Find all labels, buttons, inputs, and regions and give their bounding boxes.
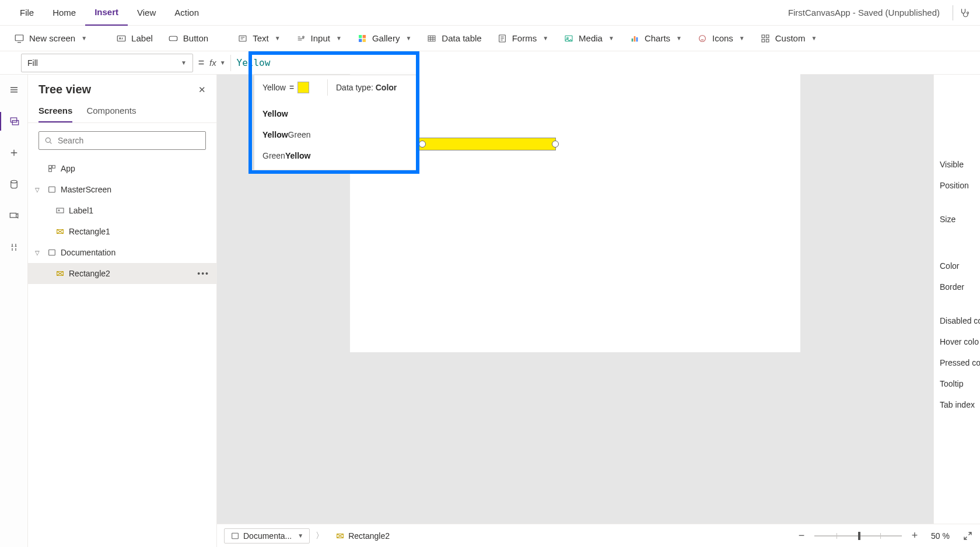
- button-icon: [168, 33, 178, 44]
- label-icon: [55, 205, 65, 216]
- prop-size[interactable]: Size: [940, 209, 980, 230]
- ribbon-button[interactable]: Button: [162, 30, 214, 47]
- ac-preview-name: Yellow: [262, 83, 286, 92]
- search-input[interactable]: [38, 131, 206, 150]
- chevron-down-icon: ▼: [608, 35, 614, 41]
- breadcrumb-screen[interactable]: Documenta... ▼: [224, 528, 310, 544]
- chevron-down-icon[interactable]: ▽: [35, 187, 43, 193]
- breadcrumb-control[interactable]: Rectangle2: [330, 529, 396, 543]
- search-field[interactable]: [58, 136, 201, 145]
- svg-point-24: [10, 180, 17, 183]
- chevron-down-icon: ▼: [676, 35, 682, 41]
- screen-icon: [230, 531, 240, 541]
- ribbon-label[interactable]: Label: [110, 30, 159, 47]
- fx-button[interactable]: fx ▼: [209, 58, 230, 68]
- app-title: FirstCanvasApp - Saved (Unpublished): [788, 8, 947, 17]
- autocomplete-item[interactable]: Yellow: [254, 103, 416, 124]
- rail-tree-view[interactable]: [0, 112, 28, 131]
- rail-media[interactable]: [5, 206, 23, 225]
- fx-icon: fx: [209, 58, 216, 68]
- ribbon-new-screen[interactable]: New screen ▼: [8, 30, 93, 47]
- resize-handle-middle[interactable]: [419, 141, 426, 148]
- svg-rect-35: [232, 533, 239, 538]
- tree-label: Label1: [69, 206, 93, 215]
- ribbon-media[interactable]: Media ▼: [558, 30, 620, 47]
- resize-handle-right[interactable]: [552, 141, 559, 148]
- properties-panel: Visible Position Size Color Border Disab…: [933, 75, 980, 547]
- zoom-in-button[interactable]: +: [908, 529, 922, 543]
- tree-node-screen[interactable]: ▽ Documentation: [28, 242, 216, 263]
- ribbon-charts[interactable]: Charts ▼: [624, 30, 688, 47]
- rail-hamburger[interactable]: [5, 80, 23, 99]
- fit-to-window-icon[interactable]: [963, 531, 973, 541]
- gallery-icon: [357, 33, 368, 44]
- ribbon-forms[interactable]: Forms ▼: [491, 30, 554, 47]
- zoom-thumb[interactable]: [858, 532, 860, 540]
- prop-visible[interactable]: Visible: [940, 154, 980, 175]
- formula-value: Yellow: [237, 57, 271, 68]
- svg-rect-15: [634, 36, 636, 41]
- svg-rect-20: [762, 39, 765, 42]
- rail-data[interactable]: [5, 175, 23, 194]
- chevron-down-icon: ▼: [739, 35, 745, 41]
- icons-icon: [697, 33, 708, 44]
- ribbon-gallery[interactable]: Gallery ▼: [351, 30, 417, 47]
- menu-view[interactable]: View: [128, 0, 165, 26]
- rectangle-icon: [55, 268, 65, 279]
- svg-rect-2: [117, 36, 125, 41]
- ribbon-text[interactable]: Text ▼: [232, 30, 286, 47]
- prop-tooltip[interactable]: Tooltip: [940, 373, 980, 394]
- tree-label: Rectangle2: [69, 269, 110, 278]
- menubar: File Home Insert View Action FirstCanvas…: [0, 0, 980, 26]
- canvas-page[interactable]: [350, 57, 800, 352]
- prop-disabled-color[interactable]: Disabled co: [940, 310, 980, 331]
- screen-icon: [14, 33, 24, 44]
- ribbon-label-text: Label: [131, 33, 153, 43]
- property-dropdown[interactable]: Fill ▼: [21, 54, 193, 72]
- rail-tools[interactable]: [5, 238, 23, 257]
- svg-rect-31: [57, 208, 64, 213]
- menu-insert[interactable]: Insert: [85, 0, 128, 26]
- rail-add[interactable]: [5, 143, 23, 162]
- autocomplete-panel: Yellow = Data type: Color Yellow YellowG…: [254, 75, 417, 170]
- prop-position[interactable]: Position: [940, 175, 980, 196]
- tree-node-control[interactable]: Rectangle1: [28, 221, 216, 242]
- svg-rect-8: [359, 38, 362, 41]
- chevron-down-icon[interactable]: ▽: [35, 250, 43, 256]
- prop-color[interactable]: Color: [940, 255, 980, 276]
- ribbon-icons[interactable]: Icons ▼: [691, 30, 751, 47]
- chevron-down-icon: ▼: [220, 59, 226, 66]
- tab-screens[interactable]: Screens: [38, 106, 72, 122]
- input-icon: [296, 33, 306, 44]
- media-icon: [564, 33, 574, 44]
- close-icon[interactable]: ✕: [198, 85, 206, 95]
- app-checker-icon[interactable]: [959, 8, 970, 18]
- svg-rect-6: [359, 35, 362, 38]
- tree-node-screen[interactable]: ▽ MasterScreen: [28, 179, 216, 200]
- autocomplete-item[interactable]: YellowGreen: [254, 124, 416, 145]
- color-swatch: [298, 82, 309, 93]
- tree-node-control[interactable]: Rectangle2 •••: [28, 263, 216, 284]
- prop-tab-index[interactable]: Tab index: [940, 394, 980, 415]
- ribbon-datatable[interactable]: Data table: [421, 30, 487, 47]
- tab-components[interactable]: Components: [86, 106, 136, 122]
- equals-sign: =: [193, 57, 209, 69]
- prop-hover-color[interactable]: Hover colo: [940, 331, 980, 352]
- menu-action[interactable]: Action: [165, 0, 208, 26]
- menu-home[interactable]: Home: [43, 0, 85, 26]
- tree-node-app[interactable]: App: [28, 158, 216, 179]
- prop-border[interactable]: Border: [940, 276, 980, 297]
- more-icon[interactable]: •••: [197, 269, 209, 278]
- ribbon-input[interactable]: Input ▼: [290, 30, 348, 47]
- menu-file[interactable]: File: [10, 0, 43, 26]
- breadcrumb-separator: 〉: [316, 531, 324, 541]
- custom-icon: [760, 33, 771, 44]
- equals-sign: =: [289, 83, 294, 92]
- zoom-slider[interactable]: [814, 535, 902, 537]
- tree-node-control[interactable]: Label1: [28, 200, 216, 221]
- ribbon-custom[interactable]: Custom ▼: [754, 30, 823, 47]
- autocomplete-item[interactable]: GreenYellow: [254, 145, 416, 166]
- prop-pressed-color[interactable]: Pressed co: [940, 352, 980, 373]
- ribbon-forms-label: Forms: [512, 33, 537, 43]
- zoom-out-button[interactable]: −: [794, 529, 808, 543]
